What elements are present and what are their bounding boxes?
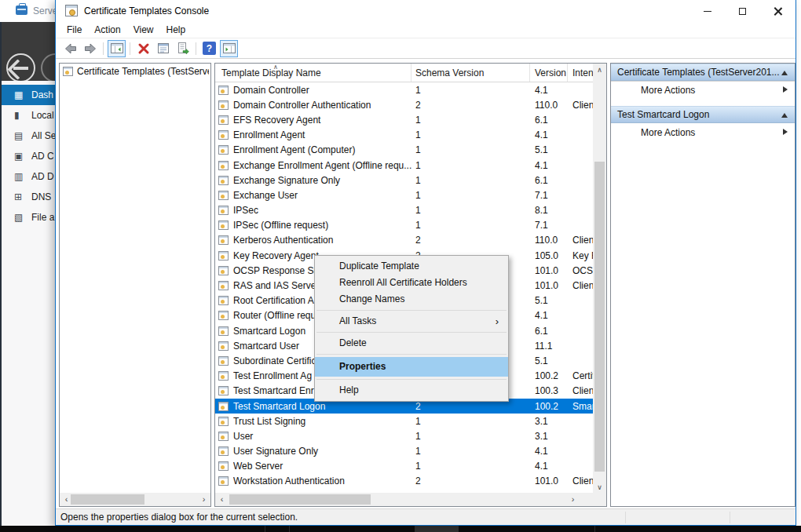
table-row[interactable]: Exchange Enrollment Agent (Offline requ.… <box>215 158 593 173</box>
nav-item-label: AD D <box>31 171 54 182</box>
close-button[interactable] <box>760 0 796 22</box>
nav-item-label: DNS <box>31 191 51 202</box>
menu-bar-item[interactable]: View <box>127 23 160 37</box>
context-menu-item-label: Delete <box>339 337 367 348</box>
context-menu-item[interactable]: Properties <box>315 357 508 377</box>
table-row[interactable]: EFS Recovery Agent 1 6.1 <box>215 112 593 127</box>
context-menu-item[interactable]: Duplicate Template <box>315 258 508 275</box>
context-menu-item[interactable]: All Tasks › <box>315 313 508 330</box>
column-header-version[interactable]: Version <box>530 64 568 82</box>
actions-section-header[interactable]: Test Smartcard Logon <box>611 106 795 123</box>
cell-intended-purposes: Client <box>568 235 593 246</box>
context-menu-item-label: Reenroll All Certificate Holders <box>339 277 467 288</box>
help-button[interactable]: ? <box>200 40 218 57</box>
delete-button[interactable] <box>134 40 152 57</box>
actions-section-header[interactable]: Certificate Templates (TestServer201... <box>611 64 795 81</box>
table-row[interactable]: Enrollment Agent (Computer) 1 5.1 <box>215 143 593 158</box>
table-row[interactable]: IPSec (Offline request) 1 7.1 <box>215 218 593 233</box>
context-menu-item[interactable]: Change Names <box>315 291 508 308</box>
more-actions-item[interactable]: More Actions <box>611 123 795 142</box>
window-title: Certificate Templates Console <box>84 5 209 16</box>
menu-bar-item[interactable]: Action <box>88 23 126 37</box>
sidebar-nav-item[interactable]: All Se <box>0 126 55 146</box>
table-row[interactable]: User Signature Only 1 4.1 <box>215 444 593 459</box>
export-list-button[interactable] <box>174 40 192 57</box>
maximize-button[interactable] <box>725 0 760 22</box>
sidebar-nav-item[interactable]: AD D <box>0 166 55 187</box>
export-list-icon <box>177 42 189 55</box>
tree-root-item[interactable]: Certificate Templates (TestServe <box>63 66 209 77</box>
context-menu-item[interactable] <box>316 379 507 380</box>
cell-schema-version: 1 <box>411 461 530 472</box>
sidebar-nav-item[interactable]: Local <box>0 105 55 126</box>
taskbar-active-segment[interactable] <box>415 526 459 532</box>
show-console-tree-button[interactable] <box>108 40 126 57</box>
table-row[interactable]: IPSec 1 8.1 <box>215 203 593 218</box>
menu-bar-item[interactable]: File <box>60 23 88 37</box>
collapse-icon[interactable] <box>781 113 788 118</box>
sidebar-nav-item[interactable]: AD C <box>0 146 55 166</box>
scroll-right-icon[interactable]: › <box>566 493 580 506</box>
nav-item-icon <box>14 191 27 202</box>
table-row[interactable]: Kerberos Authentication 2 110.0 Client <box>215 233 593 248</box>
table-row[interactable]: Domain Controller Authentication 2 110.0… <box>215 97 593 112</box>
scrollbar-corner <box>593 493 606 506</box>
show-action-pane-button[interactable] <box>220 40 238 57</box>
certificate-template-icon <box>218 446 229 456</box>
cell-version: 4.1 <box>530 85 568 96</box>
windows-taskbar[interactable] <box>0 526 801 532</box>
context-menu-item[interactable]: Reenroll All Certificate Holders <box>315 275 508 291</box>
back-circle-icon[interactable] <box>6 53 35 81</box>
context-menu-item[interactable] <box>316 354 507 355</box>
back-button[interactable] <box>61 40 79 57</box>
table-row[interactable]: Enrollment Agent 1 4.1 <box>215 128 593 143</box>
column-header-schema-version[interactable]: Schema Version <box>411 64 530 82</box>
table-row[interactable]: Exchange User 1 7.1 <box>215 188 593 202</box>
cell-schema-version: 1 <box>411 205 530 216</box>
titlebar[interactable]: Certificate Templates Console <box>56 0 796 22</box>
table-row[interactable]: Exchange Signature Only 1 6.1 <box>215 173 593 188</box>
scrollbar-thumb[interactable] <box>71 494 144 505</box>
context-menu-item[interactable]: Help <box>315 382 508 399</box>
scrollbar-thumb[interactable] <box>594 162 605 472</box>
forward-circle-icon[interactable] <box>41 53 55 81</box>
more-actions-item[interactable]: More Actions <box>611 81 795 100</box>
context-menu-item[interactable] <box>316 310 507 311</box>
status-bar: Opens the properties dialog box for the … <box>56 508 796 525</box>
list-horizontal-scrollbar[interactable]: ‹ › <box>215 493 593 506</box>
tree-horizontal-scrollbar[interactable]: ‹ › <box>60 493 210 506</box>
table-row[interactable]: Trust List Signing 1 3.1 <box>215 414 593 428</box>
scroll-right-icon[interactable]: › <box>197 493 210 506</box>
table-row[interactable]: Workstation Authentication 2 101.0 Clien… <box>215 474 593 489</box>
column-header-template-display-name[interactable]: Template Display Name ∧ <box>215 64 411 82</box>
menu-bar-item[interactable]: Help <box>160 23 192 37</box>
forward-button[interactable] <box>81 40 99 57</box>
sidebar-nav-item[interactable]: File a <box>0 207 55 228</box>
cell-version: 101.0 <box>530 265 568 276</box>
cell-schema-version: 1 <box>411 115 530 126</box>
properties-button[interactable] <box>154 40 172 57</box>
collapse-icon[interactable] <box>781 71 788 75</box>
cell-schema-version: 2 <box>411 100 530 111</box>
certificate-template-icon <box>218 191 229 200</box>
minimize-button[interactable] <box>689 0 725 22</box>
sidebar-nav-item[interactable]: Dash <box>0 85 55 105</box>
certificate-template-icon <box>218 100 229 110</box>
nav-item-label: Local <box>31 110 54 121</box>
certificate-template-icon <box>218 145 229 155</box>
scroll-up-icon[interactable]: ∧ <box>593 64 606 77</box>
table-row[interactable]: User 1 3.1 <box>215 428 593 443</box>
context-menu-item[interactable] <box>316 332 507 333</box>
context-menu-item[interactable]: Delete <box>315 335 508 352</box>
cell-version: 100.3 <box>530 385 568 396</box>
certificate-template-icon <box>218 341 229 351</box>
sidebar-nav-item[interactable]: DNS <box>0 187 55 207</box>
list-vertical-scrollbar[interactable]: ∧ ∨ <box>593 64 606 494</box>
minimize-icon <box>704 11 711 12</box>
scroll-left-icon[interactable]: ‹ <box>215 493 229 506</box>
cell-template-name: Domain Controller Authentication <box>233 100 411 111</box>
column-header-intended-purposes[interactable]: Intended Purposes <box>568 64 593 82</box>
scrollbar-thumb[interactable] <box>229 494 371 505</box>
table-row[interactable]: Web Server 1 4.1 <box>215 459 593 474</box>
table-row[interactable]: Domain Controller 1 4.1 <box>215 82 593 97</box>
